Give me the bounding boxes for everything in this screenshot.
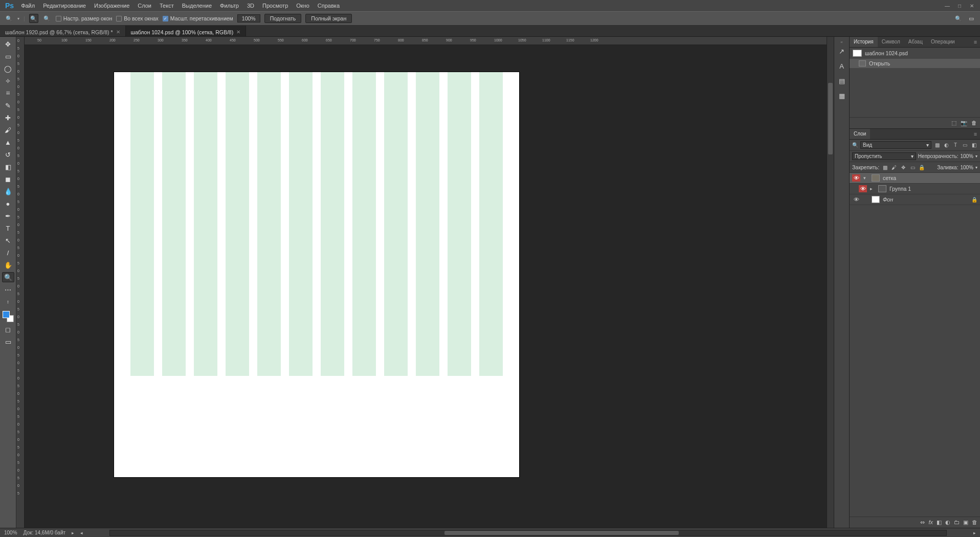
lock-position-icon[interactable]: ✥ [900, 164, 907, 171]
dock-brush-icon[interactable]: ↗ [839, 48, 844, 55]
menu-edit[interactable]: Редактирование [39, 3, 90, 9]
tab-character[interactable]: Символ [878, 37, 904, 47]
search-icon[interactable]: 🔍 [953, 14, 963, 23]
more-tools-icon[interactable]: ⋯ [2, 284, 14, 295]
window-maximize-icon[interactable]: □ [955, 2, 964, 9]
color-swatches[interactable] [3, 311, 14, 322]
menu-file[interactable]: Файл [17, 3, 39, 9]
new-snapshot-icon[interactable]: ⬚ [951, 120, 956, 126]
dock-styles-icon[interactable]: ▦ [839, 92, 845, 100]
layer-row-background[interactable]: 👁 Фон 🔒 [850, 194, 980, 205]
close-icon[interactable]: ✕ [116, 29, 120, 35]
edit-toolbar-icon[interactable]: ↕ [2, 297, 14, 307]
lock-transparent-icon[interactable]: ▩ [881, 164, 888, 171]
menu-layers[interactable]: Слои [133, 3, 155, 9]
menu-view[interactable]: Просмотр [258, 3, 292, 9]
zoom-out-icon[interactable]: 🔍 [42, 14, 52, 23]
menu-window[interactable]: Окно [292, 3, 314, 9]
dodge-tool-icon[interactable]: ● [2, 198, 14, 209]
delete-state-icon[interactable]: 🗑 [971, 120, 977, 126]
panel-menu-icon[interactable]: ≡ [971, 37, 980, 47]
zoom-tool-icon[interactable]: 🔍 [2, 272, 14, 282]
document-tab-1[interactable]: шаблон 1024.psd @ 100% (сетка, RGB/8) ✕ [126, 26, 247, 36]
vertical-scrollbar[interactable] [827, 37, 834, 528]
current-tool-icon[interactable]: 🔍 [4, 14, 13, 23]
menu-help[interactable]: Справка [314, 3, 344, 9]
move-tool-icon[interactable]: ✥ [2, 39, 14, 49]
dock-character-icon[interactable]: A [839, 62, 844, 70]
magic-wand-tool-icon[interactable]: ✧ [2, 76, 14, 86]
window-minimize-icon[interactable]: — [943, 2, 952, 9]
tab-history[interactable]: История [850, 37, 878, 47]
vertical-ruler[interactable]: 0505050505050505050505050505050505050505… [16, 37, 25, 528]
tab-actions[interactable]: Операции [927, 37, 959, 47]
new-state-icon[interactable]: 📷 [961, 120, 967, 126]
filter-pixel-icon[interactable]: ▩ [933, 142, 941, 149]
marquee-tool-icon[interactable]: ▭ [2, 51, 14, 61]
blur-tool-icon[interactable]: 💧 [2, 186, 14, 196]
workspace-switcher-icon[interactable]: ▭ [967, 14, 976, 23]
menu-text[interactable]: Текст [155, 3, 178, 9]
chevron-right-icon[interactable]: ▸ [973, 530, 976, 535]
menu-image[interactable]: Изображение [90, 3, 133, 9]
tool-dropdown-icon[interactable]: ▾ [17, 16, 19, 21]
brush-tool-icon[interactable]: 🖌 [2, 125, 14, 135]
layer-row-setka[interactable]: 👁 ▾ сетка [850, 173, 980, 184]
lock-artboard-icon[interactable]: ▭ [909, 164, 916, 171]
type-tool-icon[interactable]: T [2, 223, 14, 233]
chevron-down-icon[interactable]: ▾ [863, 175, 868, 181]
window-close-icon[interactable]: ✕ [967, 2, 976, 9]
document-canvas[interactable] [114, 72, 519, 477]
history-brush-tool-icon[interactable]: ↺ [2, 149, 14, 160]
shape-tool-icon[interactable]: / [2, 248, 14, 258]
checkbox-scrubby-zoom[interactable]: Масшт. перетаскиванием [163, 15, 233, 21]
visibility-toggle-icon[interactable]: 👁 [852, 174, 860, 182]
filter-adjust-icon[interactable]: ◐ [943, 142, 950, 149]
zoom-in-icon[interactable]: 🔍 [29, 14, 38, 23]
document-tab-0[interactable]: шаблон 1920.psd @ 66,7% (сетка, RGB/8) *… [0, 26, 126, 36]
foreground-color-swatch[interactable] [3, 311, 10, 318]
checkbox-resize-windows[interactable]: Настр. размер окон [56, 15, 113, 21]
hand-tool-icon[interactable]: ✋ [2, 260, 14, 270]
chevron-right-icon[interactable]: ▸ [72, 530, 74, 535]
quickmask-icon[interactable]: ◻ [2, 324, 14, 334]
status-zoom[interactable]: 100% [4, 530, 17, 535]
fit-screen-button[interactable]: Подогнать [264, 14, 302, 23]
chevron-left-icon[interactable]: ◂ [80, 530, 83, 535]
lock-all-icon[interactable]: 🔒 [918, 164, 925, 171]
chevron-right-icon[interactable]: ▸ [870, 186, 875, 191]
history-document-row[interactable]: шаблон 1024.psd [850, 48, 980, 59]
status-doc-info[interactable]: Док: 14,6M/0 байт [24, 530, 66, 535]
eraser-tool-icon[interactable]: ◧ [2, 162, 14, 172]
full-screen-button[interactable]: Полный экран [305, 14, 352, 23]
scrollbar-thumb[interactable] [444, 531, 679, 535]
pen-tool-icon[interactable]: ✒ [2, 211, 14, 221]
layer-row-group1[interactable]: 👁 ▸ Группа 1 [850, 184, 980, 194]
screenmode-icon[interactable]: ▭ [2, 337, 14, 347]
filter-type-icon[interactable]: T [952, 142, 959, 149]
dock-grip-icon[interactable]: « [840, 40, 842, 44]
lasso-tool-icon[interactable]: ◯ [2, 63, 14, 74]
fill-value[interactable]: 100% [960, 165, 973, 170]
layer-name[interactable]: сетка [883, 175, 977, 181]
opacity-value[interactable]: 100% [960, 153, 973, 159]
stamp-tool-icon[interactable]: ▲ [2, 137, 14, 147]
new-layer-icon[interactable]: ▣ [963, 519, 968, 526]
new-group-icon[interactable]: 🗀 [954, 519, 960, 526]
menu-filter[interactable]: Фильтр [216, 3, 243, 9]
history-step-row[interactable]: Открыть [850, 59, 980, 68]
lock-pixels-icon[interactable]: 🖌 [890, 164, 898, 171]
eyedropper-tool-icon[interactable]: ✎ [2, 100, 14, 110]
checkbox-all-windows[interactable]: Во всех окнах [116, 15, 159, 21]
blend-mode-select[interactable]: Пропустить▾ [852, 152, 916, 160]
filter-smart-icon[interactable]: ◧ [970, 142, 977, 149]
crop-tool-icon[interactable]: ⌗ [2, 88, 14, 98]
gradient-tool-icon[interactable]: ◼ [2, 174, 14, 184]
layer-kind-select[interactable]: Вид▾ [860, 141, 931, 149]
zoom-field[interactable]: 100% [237, 14, 260, 23]
tab-paragraph[interactable]: Абзац [904, 37, 927, 47]
close-icon[interactable]: ✕ [236, 29, 240, 35]
layer-style-icon[interactable]: fx [928, 519, 933, 526]
horizontal-ruler[interactable]: 5010015020025030035040045050055060065070… [25, 37, 827, 45]
dock-paragraph-icon[interactable]: ▤ [839, 77, 845, 85]
